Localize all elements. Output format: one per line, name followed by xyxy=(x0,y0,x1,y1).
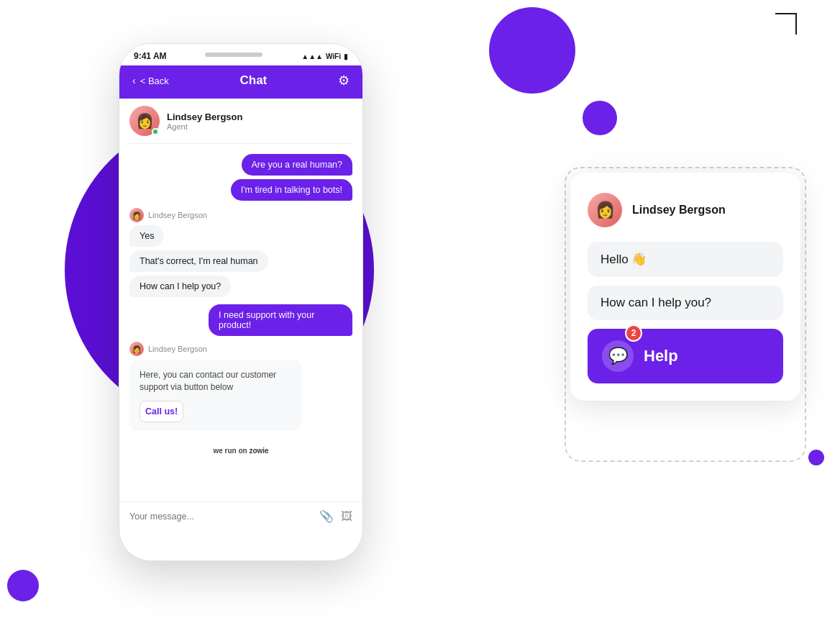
received-label-2: 👩 Lindsey Bergson xyxy=(129,342,352,356)
received-bubble-1: Yes xyxy=(129,225,164,247)
online-status-dot xyxy=(152,128,159,135)
deco-circle-right-edge xyxy=(808,450,824,465)
footer-brand: we run on zowie xyxy=(129,442,352,458)
help-button[interactable]: 💬 2 Help xyxy=(588,329,783,383)
sent-bubble-1: Are you a real human? xyxy=(242,154,352,176)
received-message-1: Yes xyxy=(129,225,352,247)
corner-tick-h xyxy=(775,13,797,14)
received-label-1: 👩 Lindsey Bergson xyxy=(129,208,352,222)
signal-icon: ▲▲▲ xyxy=(301,53,323,60)
deco-circle-top-small xyxy=(583,101,617,135)
received-sender-2: Lindsey Bergson xyxy=(148,345,207,353)
sent-bubble-3: I need support with your product! xyxy=(209,304,352,336)
chat-header: ‹ < Back Chat ⚙ xyxy=(119,65,362,99)
sent-message-1: Are you a real human? xyxy=(129,154,352,176)
agent-info: Lindsey Bergson Agent xyxy=(167,112,242,131)
brand-name: zowie xyxy=(249,447,268,455)
status-icons: ▲▲▲ WiFi ▮ xyxy=(301,53,348,60)
back-button[interactable]: ‹ < Back xyxy=(132,75,169,86)
phone-mockup: 9:41 AM ▲▲▲ WiFi ▮ ‹ < Back Chat ⚙ 👩 xyxy=(119,43,363,561)
chat-input-bar: 📎 🖼 xyxy=(119,501,362,530)
corner-tick-v xyxy=(795,13,797,35)
deco-circle-bottom-left xyxy=(7,570,39,601)
help-icon-circle: 💬 xyxy=(602,340,634,372)
widget-avatar-emoji: 👩 xyxy=(595,201,615,219)
widget-greeting-2: How can I help you? xyxy=(588,286,783,320)
widget-greeting-1: Hello 👋 xyxy=(588,242,783,277)
widget-card: 👩 Lindsey Bergson Hello 👋 How can I help… xyxy=(570,173,800,401)
chat-body: 👩 Lindsey Bergson Agent Are you a real h… xyxy=(119,99,362,501)
widget-agent-row: 👩 Lindsey Bergson xyxy=(588,193,783,227)
agent-name: Lindsey Bergson xyxy=(167,112,242,122)
header-title: Chat xyxy=(240,73,268,88)
received-message-2: That's correct, I'm real human xyxy=(129,250,352,272)
call-us-card: Here, you can contact our customer suppo… xyxy=(129,360,302,431)
sent-message-2: I'm tired in talking to bots! xyxy=(129,179,352,201)
received-message-3: How can I help you? xyxy=(129,276,352,297)
status-bar: 9:41 AM ▲▲▲ WiFi ▮ xyxy=(119,44,362,65)
deco-circle-top-large xyxy=(489,7,575,94)
small-avatar-2: 👩 xyxy=(129,342,144,356)
agent-role: Agent xyxy=(167,122,242,131)
phone-screen: 9:41 AM ▲▲▲ WiFi ▮ ‹ < Back Chat ⚙ 👩 xyxy=(119,43,363,561)
chevron-left-icon: ‹ xyxy=(132,75,136,86)
received-bubble-3: How can I help you? xyxy=(129,276,231,297)
small-avatar-1: 👩 xyxy=(129,208,144,222)
status-time: 9:41 AM xyxy=(134,51,167,61)
sent-message-3: I need support with your product! xyxy=(129,304,352,336)
card-text: Here, you can contact our customer suppo… xyxy=(140,369,292,394)
widget-agent-name: Lindsey Bergson xyxy=(632,204,726,217)
help-notification-badge: 2 xyxy=(625,324,642,342)
settings-icon[interactable]: ⚙ xyxy=(338,73,350,88)
agent-avatar: 👩 xyxy=(129,106,160,136)
wifi-icon: WiFi xyxy=(326,53,341,60)
back-label: < Back xyxy=(140,76,169,86)
sent-messages-group-1: Are you a real human? I'm tired in talki… xyxy=(129,154,352,201)
widget-agent-avatar: 👩 xyxy=(588,193,622,227)
notch xyxy=(205,53,262,57)
image-icon[interactable]: 🖼 xyxy=(341,510,352,523)
received-sender-1: Lindsey Bergson xyxy=(148,211,207,219)
agent-info-row: 👩 Lindsey Bergson Agent xyxy=(129,106,352,144)
agent-avatar-emoji: 👩 xyxy=(136,112,154,129)
received-messages-group-1: Yes That's correct, I'm real human How c… xyxy=(129,225,352,297)
help-chat-icon: 💬 xyxy=(608,347,628,365)
message-input[interactable] xyxy=(129,511,312,522)
received-bubble-2: That's correct, I'm real human xyxy=(129,250,268,272)
sent-bubble-2: I'm tired in talking to bots! xyxy=(231,179,352,201)
call-us-button[interactable]: Call us! xyxy=(140,401,183,422)
brand-prefix: we run on xyxy=(213,447,247,455)
attachment-icon[interactable]: 📎 xyxy=(319,509,334,523)
battery-icon: ▮ xyxy=(344,53,348,60)
help-button-label: Help xyxy=(644,347,678,365)
